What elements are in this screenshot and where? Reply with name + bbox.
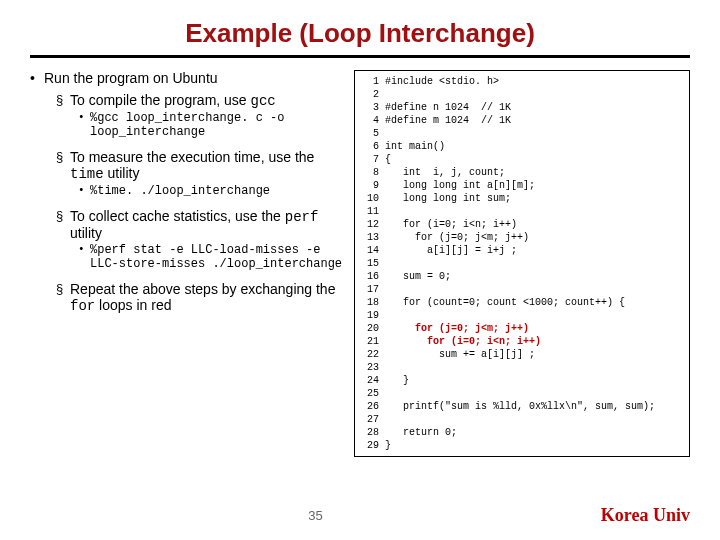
code-line: 25 bbox=[361, 387, 683, 400]
text: To compile the program, use bbox=[70, 92, 251, 108]
code-line: 6int main() bbox=[361, 140, 683, 153]
measure-cmd: %time. ./loop_interchange bbox=[78, 184, 346, 198]
code-line: 12 for (i=0; i<n; i++) bbox=[361, 218, 683, 231]
code-line: 14 a[i][j] = i+j ; bbox=[361, 244, 683, 257]
text: To collect cache statistics, use the bbox=[70, 208, 285, 224]
code-line: 1#include <stdio. h> bbox=[361, 75, 683, 88]
code-line: 4#define m 1024 // 1K bbox=[361, 114, 683, 127]
code-line: 15 bbox=[361, 257, 683, 270]
text: utility bbox=[104, 165, 140, 181]
content-row: Run the program on Ubuntu To compile the… bbox=[30, 70, 690, 457]
code-line: 10 long long int sum; bbox=[361, 192, 683, 205]
perf-word: perf bbox=[285, 209, 319, 225]
code-line: 7{ bbox=[361, 153, 683, 166]
bullet-run: Run the program on Ubuntu bbox=[30, 70, 346, 86]
code-line: 16 sum = 0; bbox=[361, 270, 683, 283]
gcc-word: gcc bbox=[251, 93, 276, 109]
code-line: 23 bbox=[361, 361, 683, 374]
text: utility bbox=[70, 225, 102, 241]
bullet-collect: To collect cache statistics, use the per… bbox=[56, 208, 346, 241]
code-line: 21 for (i=0; i<n; i++) bbox=[361, 335, 683, 348]
code-line: 18 for (count=0; count <1000; count++) { bbox=[361, 296, 683, 309]
code-line: 2 bbox=[361, 88, 683, 101]
code-line: 11 bbox=[361, 205, 683, 218]
time-word: time bbox=[70, 166, 104, 182]
code-line: 5 bbox=[361, 127, 683, 140]
code-line: 19 bbox=[361, 309, 683, 322]
code-line: 3#define n 1024 // 1K bbox=[361, 101, 683, 114]
page-number: 35 bbox=[308, 508, 322, 523]
code-line: 20 for (j=0; j<m; j++) bbox=[361, 322, 683, 335]
text: loops in red bbox=[95, 297, 171, 313]
bullet-measure: To measure the execution time, use the t… bbox=[56, 149, 346, 182]
code-line: 28 return 0; bbox=[361, 426, 683, 439]
text: Repeat the above steps by exchanging the bbox=[70, 281, 335, 297]
code-line: 8 int i, j, count; bbox=[361, 166, 683, 179]
for-word: for bbox=[70, 298, 95, 314]
university-logo: Korea Univ bbox=[601, 505, 690, 526]
code-line: 26 printf("sum is %lld, 0x%llx\n", sum, … bbox=[361, 400, 683, 413]
slide-title: Example (Loop Interchange) bbox=[30, 18, 690, 49]
code-line: 13 for (j=0; j<m; j++) bbox=[361, 231, 683, 244]
text: To measure the execution time, use the bbox=[70, 149, 314, 165]
compile-cmd: %gcc loop_interchange. c -o loop_interch… bbox=[78, 111, 346, 139]
bullet-repeat: Repeat the above steps by exchanging the… bbox=[56, 281, 346, 314]
code-line: 17 bbox=[361, 283, 683, 296]
title-rule bbox=[30, 55, 690, 58]
code-line: 29} bbox=[361, 439, 683, 452]
code-box: 1#include <stdio. h>23#define n 1024 // … bbox=[354, 70, 690, 457]
code-line: 27 bbox=[361, 413, 683, 426]
code-line: 22 sum += a[i][j] ; bbox=[361, 348, 683, 361]
bullet-column: Run the program on Ubuntu To compile the… bbox=[30, 70, 346, 457]
code-line: 9 long long int a[n][m]; bbox=[361, 179, 683, 192]
code-line: 24 } bbox=[361, 374, 683, 387]
footer: 35 Korea Univ bbox=[0, 505, 720, 526]
bullet-compile: To compile the program, use gcc bbox=[56, 92, 346, 109]
collect-cmd: %perf stat -e LLC-load-misses -e LLC-sto… bbox=[78, 243, 346, 271]
